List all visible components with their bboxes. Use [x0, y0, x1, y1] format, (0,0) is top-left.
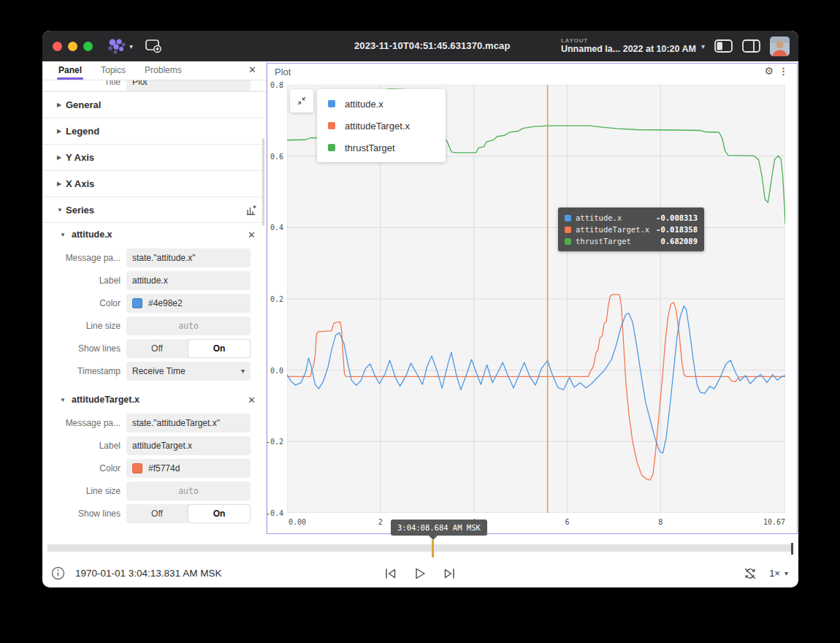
- series-header-attitude-target-x[interactable]: ▼ attitudeTarget.x ✕: [42, 388, 266, 411]
- series-color-swatch: [565, 238, 571, 245]
- tab-panel[interactable]: Panel: [58, 65, 82, 79]
- legend-item-attitude-x[interactable]: attitude.x: [317, 93, 446, 115]
- playback-bar: 1970-01-01 3:04:13.831 AM MSK 1×: [42, 559, 798, 587]
- close-window-button[interactable]: [53, 42, 62, 51]
- scrubber-time-tooltip: 3:04:08.684 AM MSK: [391, 520, 487, 536]
- show-lines-row: Show lines Off On: [42, 502, 266, 525]
- app-window: ▾ 2023-11-10T04:51:45.631370.mcap LAYOUT…: [42, 31, 798, 587]
- sidebar-close-icon[interactable]: ✕: [248, 65, 256, 75]
- foxglove-logo-icon: [106, 37, 126, 55]
- timestamp-select[interactable]: Receive Time ▾: [126, 362, 251, 381]
- color-row: Color #f5774d: [42, 457, 266, 479]
- tab-topics[interactable]: Topics: [101, 65, 126, 79]
- layout-switcher[interactable]: LAYOUT Unnamed la... 2022 at 10:20 AM ▾: [561, 37, 705, 55]
- show-lines-off-button[interactable]: Off: [126, 339, 188, 358]
- line-size-input[interactable]: auto: [126, 482, 251, 501]
- title-field-label: Title: [42, 80, 126, 87]
- label-row: Label attitude.x: [42, 269, 266, 292]
- series-color-swatch: [328, 100, 335, 107]
- panel-menu-kebab-icon[interactable]: ⋮: [779, 66, 788, 77]
- show-lines-toggle: Off On: [126, 504, 251, 523]
- message-path-input[interactable]: state."attitudeTarget.x": [126, 414, 251, 433]
- info-icon[interactable]: [51, 566, 65, 580]
- title-field-row-clipped: Title Plot: [42, 80, 266, 91]
- add-series-icon[interactable]: [245, 205, 257, 216]
- plot-panel-title: Plot: [275, 66, 291, 77]
- series-color-swatch: [565, 227, 571, 233]
- plot-panel-header: Plot ⚙ ⋮: [267, 64, 797, 80]
- chevron-down-icon: ▼: [60, 397, 69, 403]
- loop-off-icon[interactable]: [743, 566, 757, 581]
- tab-problems[interactable]: Problems: [145, 65, 182, 79]
- tooltip-row: attitude.x -0.008313: [565, 212, 698, 224]
- section-series[interactable]: ▼ Series: [42, 197, 266, 223]
- panel-settings-gear-icon[interactable]: ⚙: [764, 65, 774, 77]
- color-row: Color #4e98e2: [42, 292, 266, 314]
- line-size-row: Line size auto: [42, 314, 266, 337]
- section-legend[interactable]: ▶ Legend: [42, 118, 266, 144]
- right-sidebar-toggle-icon[interactable]: [742, 39, 760, 53]
- window-title: 2023-11-10T04:51:45.631370.mcap: [354, 40, 510, 51]
- chevron-down-icon: ▾: [241, 367, 245, 375]
- left-sidebar-toggle-icon[interactable]: [714, 39, 733, 53]
- user-avatar[interactable]: [770, 37, 790, 56]
- playback-speed-select[interactable]: 1× ▾: [769, 568, 788, 579]
- zoom-window-button[interactable]: [83, 42, 93, 51]
- chevron-right-icon: ▶: [57, 102, 66, 108]
- remove-series-icon[interactable]: ✕: [248, 395, 256, 406]
- app-menu-chevron-icon[interactable]: ▾: [129, 42, 133, 50]
- message-path-input[interactable]: state."attitude.x": [126, 248, 251, 267]
- label-input[interactable]: attitudeTarget.x: [126, 436, 251, 455]
- sidebar-tabbar: Panel Topics Problems ✕: [42, 61, 266, 80]
- remove-series-icon[interactable]: ✕: [248, 229, 256, 240]
- minimize-window-button[interactable]: [68, 42, 77, 51]
- section-y-axis[interactable]: ▶ Y Axis: [42, 144, 266, 170]
- series-line-attitude.x: [287, 306, 785, 453]
- play-icon[interactable]: [413, 567, 427, 580]
- line-size-input[interactable]: auto: [126, 316, 251, 335]
- plot-legend: attitude.x attitudeTarget.x thrustTarget: [317, 89, 446, 162]
- playback-timestamp: 1970-01-01 3:04:13.831 AM MSK: [75, 568, 221, 579]
- message-path-row: Message pa... state."attitudeTarget.x": [42, 411, 266, 434]
- seek-forward-icon[interactable]: [443, 567, 457, 580]
- show-lines-on-button[interactable]: On: [188, 339, 251, 358]
- show-lines-on-button[interactable]: On: [188, 504, 251, 523]
- legend-item-attitude-target-x[interactable]: attitudeTarget.x: [317, 115, 446, 137]
- label-input[interactable]: attitude.x: [126, 271, 251, 290]
- timeline-scrubber[interactable]: [47, 544, 793, 552]
- chevron-right-icon: ▶: [57, 180, 66, 187]
- tooltip-row: attitudeTarget.x -0.018358: [565, 224, 698, 235]
- settings-sidebar: Panel Topics Problems ✕ Title Plot ▶ Gen…: [42, 61, 267, 534]
- color-swatch: [132, 463, 142, 473]
- chart-region: 0.80.60.40.20.0-0.2-0.4 0.00246810.67 at…: [267, 80, 797, 533]
- show-lines-toggle: Off On: [126, 339, 251, 358]
- chevron-right-icon: ▶: [57, 154, 66, 161]
- series-color-swatch: [328, 144, 335, 151]
- scrubber-end-marker: [791, 543, 793, 555]
- sidebar-scrollbar[interactable]: [262, 138, 264, 226]
- plot-hover-tooltip: attitude.x -0.008313 attitudeTarget.x -0…: [558, 208, 704, 251]
- title-bar: ▾ 2023-11-10T04:51:45.631370.mcap LAYOUT…: [42, 31, 798, 61]
- panel-title-input[interactable]: Plot: [126, 80, 251, 91]
- y-axis-labels: 0.80.60.40.20.0-0.2-0.4: [267, 85, 287, 513]
- window-controls: [42, 42, 99, 51]
- chevron-right-icon: ▶: [57, 128, 66, 134]
- series-line-attitudeTarget.x: [287, 294, 785, 480]
- series-header-attitude-x[interactable]: ▼ attitude.x ✕: [42, 223, 266, 246]
- message-path-row: Message pa... state."attitude.x": [42, 246, 266, 269]
- color-swatch: [132, 298, 142, 308]
- layout-name: Unnamed la... 2022 at 10:20 AM: [561, 44, 696, 54]
- legend-collapse-button[interactable]: [290, 89, 313, 113]
- seek-backward-icon[interactable]: [383, 567, 397, 580]
- legend-item-thrust-target[interactable]: thrustTarget: [317, 137, 446, 159]
- chevron-down-icon: ▼: [57, 207, 66, 213]
- series-color-swatch: [565, 215, 571, 221]
- x-axis-labels: 0.00246810.67: [287, 518, 785, 528]
- section-general[interactable]: ▶ General: [42, 91, 266, 118]
- show-lines-off-button[interactable]: Off: [126, 504, 188, 523]
- new-window-icon[interactable]: [145, 39, 162, 53]
- color-input[interactable]: #4e98e2: [126, 294, 251, 313]
- layout-chevron-icon: ▾: [701, 42, 705, 50]
- section-x-axis[interactable]: ▶ X Axis: [42, 170, 266, 197]
- color-input[interactable]: #f5774d: [126, 459, 251, 478]
